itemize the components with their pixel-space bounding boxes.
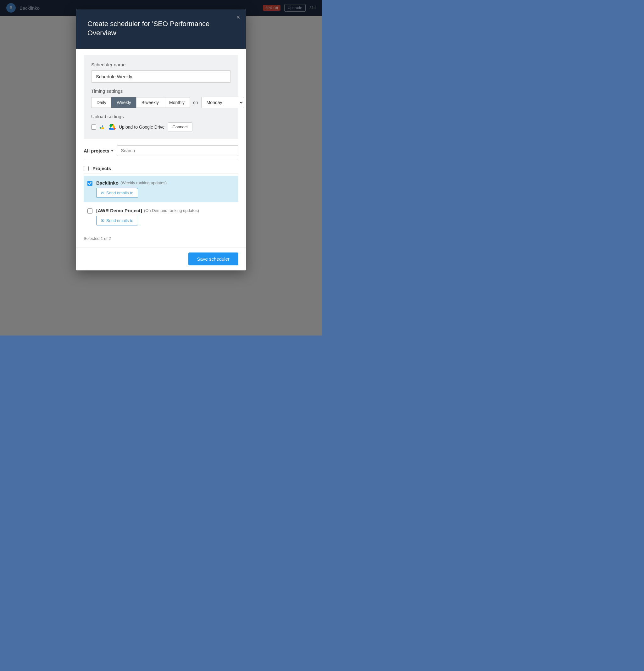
modal-overlay: Create scheduler for 'SEO Performance Ov… bbox=[0, 0, 322, 336]
modal-header: Create scheduler for 'SEO Performance Ov… bbox=[76, 10, 246, 49]
project-info-awr: [AWR Demo Project] (On Demand ranking up… bbox=[96, 208, 235, 226]
upload-label: Upload settings bbox=[91, 114, 231, 119]
project-checkbox-awr[interactable] bbox=[87, 208, 92, 214]
timing-weekly[interactable]: Weekly bbox=[111, 97, 136, 108]
modal: Create scheduler for 'SEO Performance Ov… bbox=[76, 10, 246, 270]
day-select[interactable]: Monday Tuesday Wednesday Thursday Friday… bbox=[201, 97, 244, 108]
envelope-icon-awr: ✉ bbox=[101, 218, 104, 223]
selected-count: Selected 1 of 2 bbox=[84, 233, 238, 241]
settings-box: Scheduler name Timing settings Daily Wee… bbox=[84, 55, 238, 139]
connect-button[interactable]: Connect bbox=[168, 122, 192, 131]
modal-title: Create scheduler for 'SEO Performance Ov… bbox=[87, 20, 235, 37]
project-checkbox-backlinko[interactable] bbox=[87, 181, 92, 186]
timing-on-label: on bbox=[193, 100, 198, 105]
timing-label: Timing settings bbox=[91, 88, 231, 94]
project-sub-awr: (On Demand ranking updates) bbox=[144, 208, 199, 213]
project-name-awr: [AWR Demo Project] bbox=[96, 208, 142, 213]
send-emails-button-awr[interactable]: ✉ Send emails to bbox=[96, 216, 138, 226]
project-name-backlinko: Backlinko bbox=[96, 180, 118, 186]
gdrive-logo-icon bbox=[109, 124, 116, 130]
send-emails-button-backlinko[interactable]: ✉ Send emails to bbox=[96, 188, 138, 198]
modal-footer: Save scheduler bbox=[76, 247, 246, 270]
timing-monthly[interactable]: Monthly bbox=[164, 97, 190, 108]
timing-biweekly[interactable]: Biweekly bbox=[136, 97, 164, 108]
project-item-backlinko: Backlinko (Weekly ranking updates) ✉ Sen… bbox=[84, 176, 238, 202]
close-button[interactable]: × bbox=[237, 14, 240, 20]
timing-daily[interactable]: Daily bbox=[91, 97, 111, 108]
save-scheduler-button[interactable]: Save scheduler bbox=[188, 253, 238, 265]
modal-body: Scheduler name Timing settings Daily Wee… bbox=[76, 49, 246, 247]
timing-row: Daily Weekly Biweekly Monthly on Monday … bbox=[91, 97, 231, 108]
scheduler-name-input[interactable] bbox=[91, 71, 231, 83]
scheduler-name-label: Scheduler name bbox=[91, 62, 231, 67]
projects-list-header: Projects bbox=[84, 163, 238, 174]
project-sub-backlinko: (Weekly ranking updates) bbox=[121, 180, 167, 185]
upload-text: Upload to Google Drive bbox=[119, 125, 165, 129]
projects-column-header: Projects bbox=[92, 166, 111, 171]
project-info-backlinko: Backlinko (Weekly ranking updates) ✉ Sen… bbox=[96, 180, 235, 198]
projects-select-all-checkbox[interactable] bbox=[84, 166, 89, 171]
envelope-icon: ✉ bbox=[101, 191, 104, 195]
all-projects-dropdown[interactable]: All projects bbox=[84, 148, 114, 153]
chevron-down-icon bbox=[111, 150, 114, 152]
gdrive-checkbox[interactable] bbox=[91, 125, 96, 129]
search-input[interactable] bbox=[117, 145, 238, 156]
project-item-awr: [AWR Demo Project] (On Demand ranking up… bbox=[84, 203, 238, 230]
projects-filter-row: All projects bbox=[84, 145, 238, 156]
upload-row: Upload to Google Drive Connect bbox=[91, 122, 231, 131]
gdrive-icon bbox=[99, 124, 106, 130]
